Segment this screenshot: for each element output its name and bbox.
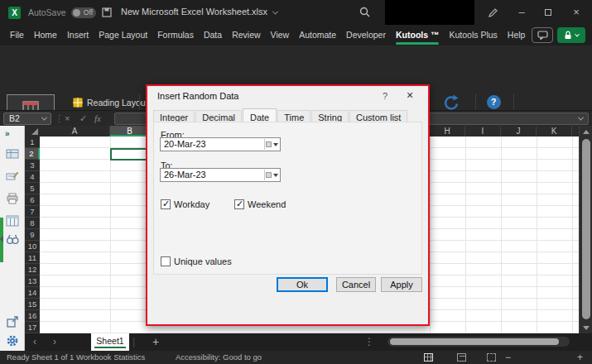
kutools-settings-button[interactable] [0,330,25,351]
gridline [537,136,537,333]
row-header-6[interactable]: 6 [25,194,40,206]
horizontal-scrollbar[interactable] [387,337,570,347]
expand-pane-icon[interactable]: » [5,129,9,138]
menu-tab-insert[interactable]: Insert [62,25,94,46]
search-icon[interactable] [359,7,370,17]
sidebar-collapse-handle[interactable] [0,236,3,242]
column-header-b[interactable]: B [110,126,150,136]
menu-tab-home[interactable]: Home [29,25,62,46]
row-header-15[interactable]: 15 [25,299,40,310]
column-header-i[interactable]: I [465,126,501,136]
kutools-navigation-sidebar: » [0,126,25,333]
menu-tab-kutools-plus[interactable]: Kutools Plus [444,25,502,46]
comments-button[interactable] [532,27,553,43]
menu-tab-kutools[interactable]: Kutools ™ [391,25,445,46]
next-sheet-button[interactable]: › [53,333,56,351]
apply-button[interactable]: Apply [381,277,422,292]
menu-tab-data[interactable]: Data [199,25,227,46]
new-sheet-button[interactable]: + [152,333,159,351]
menu-tab-page-layout[interactable]: Page Layout [94,25,152,46]
column-header-k[interactable]: K [537,126,572,136]
print-icon[interactable] [6,192,19,205]
menu-tab-help[interactable]: Help [503,25,531,46]
gear-icon [6,334,19,347]
row-header-12[interactable]: 12 [25,264,40,275]
help-icon: ? [487,95,501,109]
from-date-picker-button[interactable] [264,139,279,150]
prev-sheet-button[interactable]: ‹ [33,333,36,351]
menu-tab-automate[interactable]: Automate [294,25,341,46]
cancel-entry-icon[interactable]: × [65,111,70,127]
expand-formula-bar-icon[interactable] [578,115,584,121]
row-header-14[interactable]: 14 [25,287,40,299]
from-date-input[interactable]: 20-Mar-23 [160,137,281,151]
row-header-7[interactable]: 7 [25,206,40,218]
zoom-out-button[interactable]: − [505,351,511,364]
name-box[interactable]: B2 [3,113,51,125]
row-header-10[interactable]: 10 [25,241,40,252]
row-header-9[interactable]: 9 [25,229,40,241]
row-header-4[interactable]: 4 [25,171,40,183]
to-date-picker-button[interactable] [264,170,279,180]
excel-logo-icon[interactable]: X [8,7,21,19]
insert-function-icon[interactable]: fx [94,111,101,127]
sheet-tab-sheet1[interactable]: Sheet1 [91,333,129,351]
row-header-17[interactable]: 17 [25,322,40,333]
find-icon[interactable] [6,233,19,247]
row-header-8[interactable]: 8 [25,218,40,229]
column-header-j[interactable]: J [501,126,537,136]
selected-cell-b2[interactable] [110,148,151,160]
pen-icon[interactable] [488,7,498,18]
vertical-scrollbar[interactable] [579,126,592,333]
vertical-scroll-thumb[interactable] [582,139,590,319]
menu-tab-developer[interactable]: Developer [341,25,391,46]
select-all-corner[interactable] [25,126,40,136]
close-button[interactable]: × [565,0,588,25]
dialog-help-button[interactable]: ? [379,91,391,101]
zoom-in-button[interactable]: + [577,351,583,364]
cancel-button[interactable]: Cancel [336,277,376,292]
row-header-2[interactable]: 2 [25,148,40,160]
accessibility-status[interactable]: Accessibility: Good to go [176,351,262,364]
minimize-button[interactable]: – [510,0,533,25]
column-header-h[interactable]: H [430,126,465,136]
scrollbar-resize-handle[interactable]: ⋮ [364,333,374,351]
save-icon[interactable] [102,7,112,17]
workbook-statistics-button[interactable]: Workbook Statistics [76,351,145,364]
dialog-close-button[interactable]: × [402,89,417,102]
maximize-button[interactable] [537,0,560,25]
row-header-13[interactable]: 13 [25,275,40,287]
menu-tab-file[interactable]: File [5,25,29,46]
popout-icon[interactable] [6,315,19,328]
ok-button[interactable]: Ok [277,277,328,292]
page-break-view-icon[interactable] [487,353,496,362]
menu-tab-formulas[interactable]: Formulas [152,25,199,46]
row-header-11[interactable]: 11 [25,252,40,264]
workbook-pane-icon[interactable] [6,147,19,160]
column-list-icon[interactable] [6,214,19,228]
document-title[interactable]: New Microsoft Excel Worksheet.xlsx [121,7,277,17]
autotext-icon[interactable] [6,170,19,183]
share-button[interactable] [557,27,585,43]
scroll-up-icon[interactable] [583,130,590,134]
normal-view-icon[interactable] [424,353,433,362]
scroll-down-icon[interactable] [583,326,590,330]
weekend-checkbox[interactable]: Weekend [234,199,286,209]
row-header-3[interactable]: 3 [25,160,40,171]
row-header-5[interactable]: 5 [25,183,40,194]
autosave-toggle[interactable]: Off [71,7,96,18]
workday-checkbox[interactable]: Workday [161,199,209,209]
unique-values-checkbox[interactable]: Unique values [161,256,232,266]
row-header-16[interactable]: 16 [25,310,40,322]
horizontal-scroll-thumb[interactable] [390,338,559,345]
dialog-title: Insert Random Data [157,91,238,101]
menu-tab-view[interactable]: View [266,25,295,46]
enter-entry-icon[interactable]: ✓ [79,111,87,127]
page-layout-view-icon[interactable] [457,353,466,362]
sheet-tab-bar: ‹ › Sheet1 | + ⋮ [0,333,592,351]
menu-tab-review[interactable]: Review [227,25,265,46]
row-header-1[interactable]: 1 [25,136,40,148]
column-header-a[interactable]: A [40,126,110,136]
autosave-label: AutoSave [28,7,66,17]
to-date-input[interactable]: 26-Mar-23 [160,168,281,182]
